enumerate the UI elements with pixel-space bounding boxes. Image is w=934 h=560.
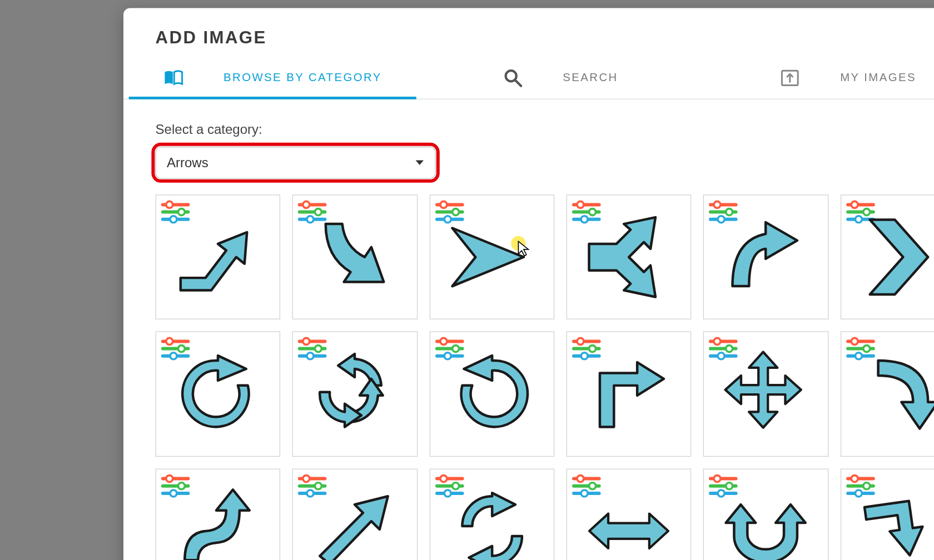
arrow-s-curve-icon	[156, 469, 280, 560]
tab-label: MY IMAGES	[840, 71, 916, 84]
image-tile[interactable]	[703, 194, 828, 319]
image-tile[interactable]	[703, 468, 828, 560]
arrow-split-fork-icon	[567, 196, 690, 319]
image-tile[interactable]	[703, 332, 828, 457]
arrow-move-four-way-icon	[704, 332, 827, 456]
category-label: Select a category:	[156, 122, 934, 138]
arrow-up-right-bent-icon	[156, 196, 280, 319]
image-grid	[156, 194, 934, 560]
modal-header: ADD IMAGE	[123, 8, 934, 58]
arrow-curve-down-right-icon	[293, 196, 416, 319]
arrow-u-turn-up-icon	[704, 469, 827, 560]
arrow-diagonal-up-right-icon	[293, 469, 416, 560]
image-tile[interactable]	[841, 468, 934, 560]
arrow-chevron-right-icon	[841, 196, 934, 319]
tab-label: BROWSE BY CATEGORY	[223, 71, 382, 84]
svg-line-1	[515, 80, 521, 86]
tab-search[interactable]: SEARCH	[416, 59, 704, 99]
image-tile[interactable]	[567, 332, 692, 457]
image-tile[interactable]	[841, 194, 934, 319]
image-tile[interactable]	[429, 332, 554, 457]
search-icon	[503, 68, 523, 88]
arrow-elbow-right-icon	[841, 469, 934, 560]
image-tile[interactable]	[429, 468, 554, 560]
image-tile[interactable]	[292, 194, 418, 319]
arrow-curve-up-right-icon	[704, 196, 827, 319]
category-select-wrap	[156, 147, 436, 179]
arrow-pointer-right-icon	[430, 196, 554, 319]
arrow-cycle-three-icon	[293, 332, 416, 456]
category-select[interactable]	[156, 147, 436, 179]
image-tile[interactable]	[429, 194, 554, 319]
tab-browse-by-category[interactable]: BROWSE BY CATEGORY	[129, 59, 417, 99]
arrow-rotate-cw-open-icon	[156, 332, 280, 456]
image-tile[interactable]	[292, 332, 418, 457]
book-icon	[163, 69, 183, 87]
arrow-corner-up-right-icon	[567, 332, 690, 456]
tab-my-images[interactable]: MY IMAGES	[704, 59, 934, 99]
modal-body: Select a category: / 10	[123, 99, 934, 560]
tab-label: SEARCH	[563, 71, 618, 84]
image-tile[interactable]	[156, 194, 281, 319]
upload-icon	[780, 69, 800, 88]
arrow-rotate-ccw-open-icon	[430, 332, 554, 456]
arrow-left-right-icon	[567, 469, 690, 560]
image-tile[interactable]	[292, 468, 418, 560]
add-image-modal: ADD IMAGE BROWSE BY CATEGORY SEARCH	[123, 8, 934, 560]
image-tile[interactable]	[567, 468, 692, 560]
image-tile[interactable]	[156, 468, 281, 560]
image-tile[interactable]	[567, 194, 692, 319]
image-tile[interactable]	[156, 332, 281, 457]
arrow-refresh-two-icon	[430, 469, 554, 560]
tab-bar: BROWSE BY CATEGORY SEARCH MY IMAGES	[123, 59, 934, 99]
image-tile[interactable]	[841, 332, 934, 457]
arrow-curve-down-icon	[841, 332, 934, 456]
modal-title: ADD IMAGE	[156, 27, 267, 48]
